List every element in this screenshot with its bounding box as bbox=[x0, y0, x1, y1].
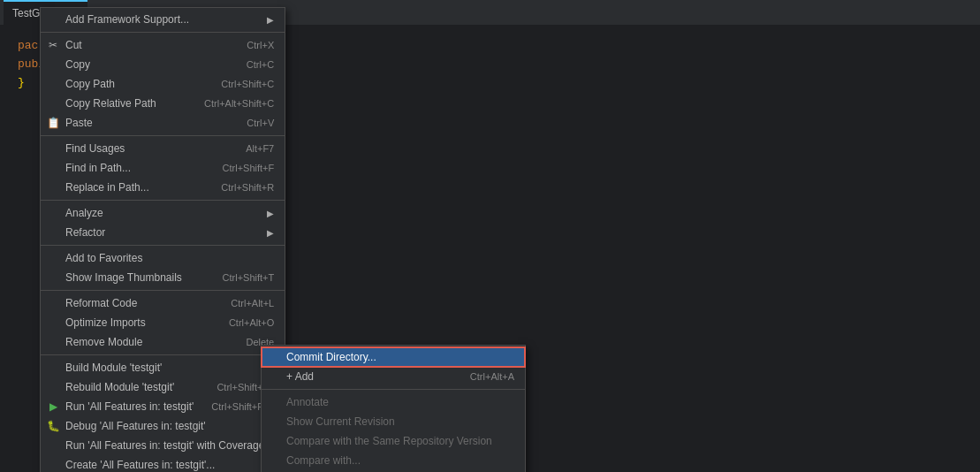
menu-item-paste[interactable]: 📋 Paste Ctrl+V bbox=[41, 113, 285, 133]
menu-label: Copy Relative Path bbox=[65, 97, 156, 110]
menu-label: Find in Path... bbox=[65, 162, 131, 174]
menu-shortcut: Ctrl+Alt+L bbox=[231, 298, 274, 308]
menu-label: Add Framework Support... bbox=[65, 13, 189, 26]
menu-item-remove-module[interactable]: Remove Module Delete bbox=[41, 332, 285, 352]
menu-shortcut: Ctrl+X bbox=[247, 40, 274, 50]
menu-item-refactor[interactable]: Refactor ▶ bbox=[41, 223, 285, 242]
menu-label: Optimize Imports bbox=[65, 316, 146, 329]
submenu-arrow: ▶ bbox=[267, 228, 274, 238]
cut-icon: ✂ bbox=[46, 39, 60, 51]
menu-item-run-coverage[interactable]: Run 'All Features in: testgit' with Cove… bbox=[41, 436, 285, 455]
menu-label: Show Current Revision bbox=[286, 415, 395, 428]
menu-item-compare-same-repo: Compare with the Same Repository Version bbox=[262, 431, 525, 451]
menu-label: + Add bbox=[286, 370, 314, 383]
primary-context-menu: Add Framework Support... ▶ ✂ Cut Ctrl+X … bbox=[40, 7, 285, 472]
menu-shortcut: Ctrl+Shift+F bbox=[223, 163, 275, 173]
menu-item-thumbnails[interactable]: Show Image Thumbnails Ctrl+Shift+T bbox=[41, 268, 285, 287]
menu-label: Analyze bbox=[65, 207, 103, 219]
menu-item-copy[interactable]: Copy Ctrl+C bbox=[41, 55, 285, 74]
menu-item-add-favorites[interactable]: Add to Favorites bbox=[41, 248, 285, 268]
menu-shortcut: Ctrl+Alt+Shift+C bbox=[204, 98, 274, 109]
menu-shortcut: Ctrl+C bbox=[247, 59, 274, 70]
menu-item-annotate: Annotate bbox=[262, 392, 525, 412]
git-submenu: Commit Directory... + Add Ctrl+Alt+A Ann… bbox=[261, 345, 526, 472]
menu-shortcut: Ctrl+V bbox=[247, 118, 274, 128]
menu-label: Add to Favorites bbox=[65, 252, 142, 264]
menu-label: Find Usages bbox=[65, 142, 125, 155]
menu-label: Copy Path bbox=[65, 78, 115, 90]
menu-item-show-current-revision: Show Current Revision bbox=[262, 412, 525, 431]
menu-label: Refactor bbox=[65, 226, 105, 239]
menu-label: Paste bbox=[65, 117, 93, 129]
menu-label: Create 'All Features in: testgit'... bbox=[65, 459, 215, 471]
debug-icon: 🐛 bbox=[46, 420, 60, 432]
menu-item-optimize-imports[interactable]: Optimize Imports Ctrl+Alt+O bbox=[41, 313, 285, 332]
menu-label: Show Image Thumbnails bbox=[65, 271, 182, 284]
menu-label: Annotate bbox=[286, 396, 329, 408]
menu-label: Cut bbox=[65, 39, 82, 51]
menu-item-rebuild-module[interactable]: Rebuild Module 'testgit' Ctrl+Shift+F9 bbox=[41, 377, 285, 397]
menu-item-add[interactable]: + Add Ctrl+Alt+A bbox=[262, 367, 525, 386]
menu-item-cut[interactable]: ✂ Cut Ctrl+X bbox=[41, 35, 285, 55]
menu-item-debug-features[interactable]: 🐛 Debug 'All Features in: testgit' bbox=[41, 416, 285, 436]
menu-shortcut: Ctrl+Alt+O bbox=[229, 317, 274, 328]
menu-label: Reformat Code bbox=[65, 297, 137, 309]
menu-item-compare-with-git: Compare with... bbox=[262, 451, 525, 470]
menu-item-replace-path[interactable]: Replace in Path... Ctrl+Shift+R bbox=[41, 178, 285, 197]
menu-label: Debug 'All Features in: testgit' bbox=[65, 420, 206, 432]
submenu-arrow: ▶ bbox=[267, 209, 274, 218]
submenu-arrow: ▶ bbox=[267, 15, 274, 25]
menu-item-analyze[interactable]: Analyze ▶ bbox=[41, 203, 285, 223]
menu-label: Replace in Path... bbox=[65, 181, 149, 194]
menu-separator bbox=[41, 200, 285, 201]
menu-label: Commit Directory... bbox=[286, 351, 376, 363]
menu-separator bbox=[41, 245, 285, 246]
menu-label: Build Module 'testgit' bbox=[65, 362, 162, 374]
menu-item-run-features[interactable]: ▶ Run 'All Features in: testgit' Ctrl+Sh… bbox=[41, 397, 285, 416]
menu-separator bbox=[41, 354, 285, 355]
menu-item-reformat[interactable]: Reformat Code Ctrl+Alt+L bbox=[41, 293, 285, 313]
menu-label: Run 'All Features in: testgit' bbox=[65, 400, 194, 413]
menu-shortcut: Alt+F7 bbox=[246, 143, 274, 154]
menu-shortcut: Ctrl+Shift+C bbox=[221, 79, 274, 89]
menu-separator bbox=[41, 290, 285, 291]
menu-label: Rebuild Module 'testgit' bbox=[65, 381, 174, 393]
menu-item-build-module[interactable]: Build Module 'testgit' bbox=[41, 358, 285, 377]
paste-icon: 📋 bbox=[46, 117, 60, 129]
menu-item-create-features[interactable]: Create 'All Features in: testgit'... bbox=[41, 455, 285, 472]
menu-item-find-path[interactable]: Find in Path... Ctrl+Shift+F bbox=[41, 158, 285, 178]
menu-item-commit-directory[interactable]: Commit Directory... bbox=[262, 347, 525, 367]
menu-item-copy-path[interactable]: Copy Path Ctrl+Shift+C bbox=[41, 74, 285, 94]
menu-item-add-framework[interactable]: Add Framework Support... ▶ bbox=[41, 10, 285, 29]
run-icon: ▶ bbox=[46, 400, 60, 413]
menu-separator bbox=[41, 135, 285, 136]
menu-separator bbox=[41, 32, 285, 33]
menu-label: Copy bbox=[65, 58, 90, 71]
menu-item-copy-relative-path[interactable]: Copy Relative Path Ctrl+Alt+Shift+C bbox=[41, 94, 285, 113]
menu-shortcut: Ctrl+Alt+A bbox=[470, 371, 514, 382]
menu-shortcut: Ctrl+Shift+T bbox=[223, 272, 275, 283]
menu-label: Run 'All Features in: testgit' with Cove… bbox=[65, 439, 264, 452]
menu-item-find-usages[interactable]: Find Usages Alt+F7 bbox=[41, 139, 285, 158]
menu-separator bbox=[262, 389, 525, 390]
menu-shortcut: Ctrl+Shift+R bbox=[221, 182, 274, 193]
menu-label: Remove Module bbox=[65, 336, 142, 348]
menu-label: Compare with the Same Repository Version bbox=[286, 435, 492, 447]
menu-label: Compare with... bbox=[286, 454, 361, 467]
